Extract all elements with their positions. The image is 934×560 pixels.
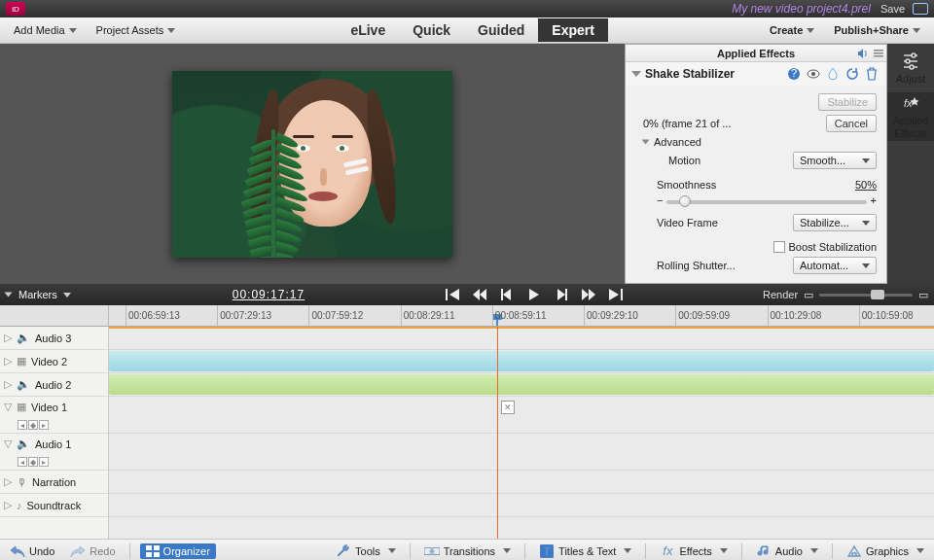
smoothness-value[interactable]: 50% <box>855 179 877 191</box>
zoom-in-icon[interactable]: ▭ <box>918 289 928 301</box>
speaker-icon[interactable]: 🔈 <box>17 332 30 344</box>
project-assets-menu[interactable]: Project Assets <box>87 18 186 43</box>
track-header-audio3[interactable]: ▷ 🔈 Audio 3 <box>0 327 108 350</box>
side-tools: Adjust fx Applied Effects <box>887 44 934 284</box>
redo-icon <box>70 543 86 559</box>
mode-guided[interactable]: Guided <box>464 18 538 42</box>
keyframe-nav[interactable]: ◂◆▸ <box>18 420 49 430</box>
add-media-menu[interactable]: Add Media <box>4 18 87 43</box>
svg-marker-24 <box>589 289 595 300</box>
zoom-slider[interactable] <box>819 294 913 297</box>
zoom-out-icon[interactable]: ▭ <box>804 289 813 301</box>
playhead-line[interactable] <box>497 327 498 539</box>
expand-icon[interactable]: ▷ <box>4 355 12 368</box>
expand-icon[interactable]: ▷ <box>4 475 12 488</box>
markers-menu[interactable]: Markers <box>18 289 57 300</box>
goto-start-button[interactable] <box>444 286 461 303</box>
panel-menu-icon[interactable] <box>873 48 884 59</box>
expand-icon[interactable]: ▷ <box>4 499 12 511</box>
tools-menu[interactable]: Tools <box>332 542 400 561</box>
ruler-tick: 00:09:29:10 <box>584 305 638 326</box>
timeline-ruler[interactable]: 00:06:59:1300:07:29:1300:07:59:1200:08:2… <box>109 305 934 326</box>
section-toggle-icon[interactable] <box>631 71 641 77</box>
graphics-button[interactable]: Graphics <box>843 542 928 561</box>
mode-quick[interactable]: Quick <box>399 18 464 42</box>
track-header-video1[interactable]: ▽ ▦ Video 1 ◂◆▸ <box>0 397 108 434</box>
panel-sound-icon[interactable] <box>857 48 869 59</box>
organizer-button[interactable]: Organizer <box>140 543 216 559</box>
play-button[interactable] <box>525 286 543 303</box>
track-header-audio1[interactable]: ▽ 🔈 Audio 1 ◂◆▸ <box>0 434 108 471</box>
effects-button[interactable]: fx Effects <box>656 542 731 561</box>
music-icon[interactable]: ♪ <box>17 500 22 511</box>
ruler-tick: 00:07:29:13 <box>217 305 271 326</box>
create-menu[interactable]: Create <box>760 24 824 36</box>
expand-icon[interactable]: ▷ <box>4 378 12 391</box>
redo-button[interactable]: Redo <box>66 542 119 561</box>
rewind-button[interactable] <box>471 286 488 303</box>
applied-effects-tool[interactable]: fx Applied Effects <box>887 92 934 141</box>
audio-button[interactable]: Audio <box>752 542 822 561</box>
filmstrip-icon[interactable]: ▦ <box>17 401 26 413</box>
transitions-button[interactable]: Transitions <box>420 542 515 561</box>
fullscreen-icon[interactable] <box>913 3 928 15</box>
markers-caret-icon[interactable] <box>63 293 71 298</box>
track-header-narration[interactable]: ▷ 🎙 Narration <box>0 471 108 494</box>
smoothness-increase[interactable]: + <box>871 194 877 206</box>
advanced-toggle-icon[interactable] <box>642 140 650 145</box>
mode-elive[interactable]: eLive <box>337 18 399 42</box>
adjust-tool[interactable]: Adjust <box>887 44 934 92</box>
trash-icon[interactable] <box>865 67 879 81</box>
svg-point-12 <box>910 65 914 69</box>
svg-marker-15 <box>449 289 459 300</box>
track-header-audio2[interactable]: ▷ 🔈 Audio 2 <box>0 373 108 397</box>
track-header-video2[interactable]: ▷ ▦ Video 2 <box>0 350 108 373</box>
mic-icon[interactable]: 🎙 <box>17 476 27 488</box>
clip-audio2[interactable] <box>109 374 934 395</box>
goto-end-button[interactable] <box>607 286 625 303</box>
step-back-button[interactable] <box>498 286 516 303</box>
video-frame-dropdown[interactable]: Stabilize... <box>793 214 877 231</box>
mode-expert[interactable]: Expert <box>538 18 608 42</box>
boost-stabilization-checkbox[interactable] <box>773 241 785 253</box>
timeline-lanes[interactable]: ✕ <box>109 327 934 539</box>
motion-dropdown[interactable]: Smooth... <box>793 152 877 169</box>
smoothness-slider[interactable] <box>666 200 866 204</box>
undo-button[interactable]: Undo <box>6 542 58 561</box>
track-label: Audio 3 <box>35 332 71 344</box>
applied-effects-label: Applied Effects <box>887 115 934 138</box>
ruler-tick: 00:10:59:08 <box>859 305 914 326</box>
publish-share-menu[interactable]: Publish+Share <box>824 24 930 36</box>
svg-marker-20 <box>529 289 539 300</box>
panel-title: Applied Effects <box>717 48 795 59</box>
help-icon[interactable]: ? <box>787 67 801 81</box>
eye-icon[interactable] <box>807 67 820 81</box>
titles-text-button[interactable]: T Titles & Text <box>535 542 635 561</box>
speaker-icon[interactable]: 🔈 <box>17 438 30 450</box>
smoothness-label: Smoothness <box>635 179 742 191</box>
ruler-tick: 00:08:59:11 <box>492 305 547 326</box>
reset-icon[interactable] <box>845 67 859 81</box>
filmstrip-icon[interactable]: ▦ <box>17 355 26 368</box>
svg-text:?: ? <box>791 67 797 79</box>
video-frame-label: Video Frame <box>635 217 742 228</box>
step-forward-button[interactable] <box>553 286 570 303</box>
track-header-soundtrack[interactable]: ▷ ♪ Soundtrack <box>0 494 108 517</box>
collapse-icon[interactable]: ▽ <box>4 438 12 450</box>
save-button[interactable]: Save <box>880 3 905 15</box>
smoothness-decrease[interactable]: − <box>657 194 663 206</box>
stabilize-button[interactable]: Stabilize <box>818 93 877 111</box>
expand-icon[interactable]: ▷ <box>4 332 12 344</box>
drop-icon[interactable] <box>826 67 840 81</box>
speaker-icon[interactable]: 🔈 <box>17 378 30 391</box>
cancel-button[interactable]: Cancel <box>826 115 877 132</box>
collapse-icon[interactable]: ▽ <box>4 401 12 413</box>
clip-marker[interactable]: ✕ <box>501 401 515 414</box>
timeline-collapse-icon[interactable] <box>5 293 13 298</box>
keyframe-nav[interactable]: ◂◆▸ <box>18 457 49 467</box>
rolling-shutter-dropdown[interactable]: Automat... <box>793 257 877 274</box>
clip-video2[interactable] <box>109 351 934 371</box>
timecode-display[interactable]: 00:09:17:17 <box>233 288 305 301</box>
ruler-tick: 00:10:29:08 <box>768 305 822 326</box>
fast-forward-button[interactable] <box>580 286 597 303</box>
